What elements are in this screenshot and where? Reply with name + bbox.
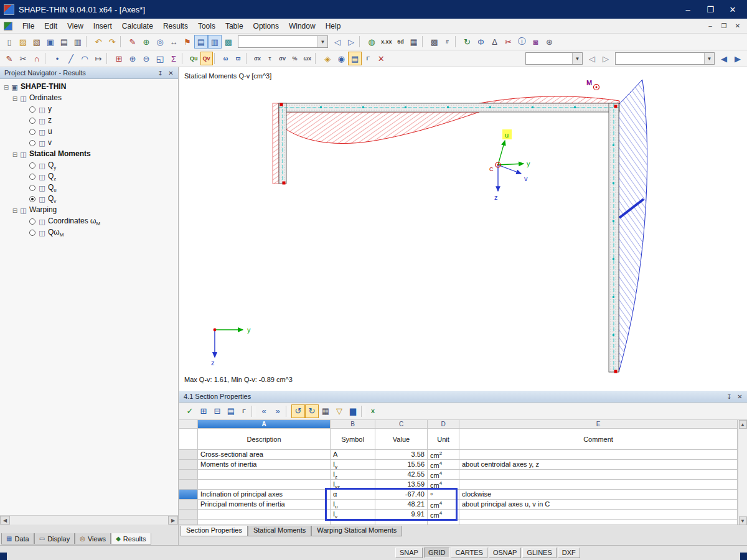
close-icon[interactable]: ✕ <box>735 392 745 401</box>
tree-expander-icon[interactable]: ⊟ <box>11 95 19 102</box>
print-preview-icon[interactable]: ▥ <box>71 35 85 49</box>
calculate-icon[interactable]: Σ <box>167 52 181 65</box>
case-combo[interactable]: ▼ <box>615 52 715 65</box>
cell-description[interactable] <box>198 510 331 520</box>
gamma-icon[interactable]: Γ <box>362 52 374 65</box>
tree-item-qwm[interactable]: ◫ QωM <box>0 227 178 238</box>
tab-warping-statical-moments[interactable]: Warping Statical Moments <box>311 526 402 536</box>
radio-icon[interactable] <box>29 174 35 180</box>
column-letter-e[interactable]: E <box>459 420 738 429</box>
menu-item[interactable]: Options <box>248 20 284 32</box>
toggle-osnap[interactable]: OSNAP <box>489 548 522 558</box>
radio-icon[interactable] <box>29 140 35 146</box>
toolbar-icon[interactable] <box>182 53 186 64</box>
column-letter-b[interactable]: B <box>331 420 375 429</box>
scroll-down-icon[interactable]: ▼ <box>739 516 747 525</box>
scroll-up-icon[interactable]: ▲ <box>739 420 747 429</box>
row-header[interactable] <box>179 490 198 500</box>
column-letter-d[interactable]: D <box>428 420 459 429</box>
cell-comment[interactable]: about centroidal axes y, z <box>459 460 738 470</box>
combo1-back-icon[interactable]: ◁ <box>585 52 599 65</box>
cell-symbol[interactable]: A <box>331 450 375 460</box>
menu-item[interactable]: Calculate <box>117 20 158 32</box>
cell-symbol[interactable]: Iz <box>331 470 375 480</box>
edit-point-icon[interactable]: ✎ <box>2 52 16 65</box>
tree-item-z[interactable]: ◫ z <box>0 115 178 126</box>
cell-description[interactable]: Cross-sectional area <box>198 450 331 460</box>
cell-symbol[interactable]: α <box>331 490 375 500</box>
mdi-restore-icon[interactable]: ❐ <box>718 21 730 31</box>
jump-prev-icon[interactable]: « <box>257 404 271 418</box>
radio-icon[interactable] <box>29 218 35 225</box>
cell-description[interactable] <box>198 520 331 525</box>
cell-unit[interactable] <box>428 520 459 525</box>
cell-value[interactable]: -67.40 <box>375 490 428 500</box>
close-icon[interactable]: ✕ <box>166 68 176 77</box>
new-icon[interactable]: ▯ <box>2 35 16 49</box>
mdi-minimize-icon[interactable]: – <box>705 21 716 31</box>
table-toolbar-icon[interactable] <box>286 406 290 417</box>
menu-item[interactable]: Edit <box>39 20 62 32</box>
snap-icon[interactable]: # <box>441 35 454 49</box>
render-icon[interactable]: ▩ <box>222 35 235 49</box>
tree-item-y[interactable]: ◫ y <box>0 104 178 115</box>
toolbar-icon[interactable] <box>315 53 319 64</box>
column-letter-c[interactable]: C <box>375 420 428 429</box>
tree-item-coordinates-wm[interactable]: ◫ Coordinates ωM <box>0 216 178 227</box>
tree-expander-icon[interactable]: ⊟ <box>11 207 19 214</box>
toggle-grid[interactable]: GRID <box>424 548 450 558</box>
radio-icon[interactable] <box>29 185 35 191</box>
menu-item[interactable]: Results <box>158 20 193 32</box>
tree-item-qu[interactable]: ◫ Qu <box>0 182 178 194</box>
table-vscrollbar[interactable]: ▲ ▼ <box>738 420 747 525</box>
graphic-window[interactable]: Statical Moments Q-v [cm^3] Max Q-v: 1.6… <box>179 67 747 391</box>
table-manager-icon[interactable]: ▦ <box>407 35 421 49</box>
online-icon[interactable]: ◍ <box>365 35 378 49</box>
nav-back-icon[interactable]: ◁ <box>331 35 344 49</box>
tab-statical-moments[interactable]: Statical Moments <box>248 526 311 536</box>
tab-data[interactable]: ▦ Data <box>1 533 34 544</box>
tree-item-u[interactable]: ◫ u <box>0 126 178 138</box>
row-header[interactable] <box>179 520 198 525</box>
nav-forward-icon[interactable]: ▷ <box>344 35 358 49</box>
tree-item-ordinates[interactable]: ⊟ ◫ Ordinates <box>0 93 178 104</box>
grid-icon[interactable]: ▩ <box>428 35 441 49</box>
minimize-button[interactable]: – <box>677 2 698 16</box>
row-header[interactable] <box>179 480 198 490</box>
visibility-icon[interactable]: ◈ <box>321 52 334 65</box>
node-new-icon[interactable]: • <box>50 52 64 65</box>
toolbar-combo[interactable]: ▼ <box>238 35 328 48</box>
result-omega-icon[interactable]: ω <box>220 52 232 65</box>
cell-comment[interactable]: about principal axes u, v in C <box>459 500 738 510</box>
table-fill-icon[interactable]: ▤ <box>224 404 238 418</box>
cell-symbol[interactable]: Iy <box>331 460 375 470</box>
toggle-glines[interactable]: GLINES <box>522 548 556 558</box>
arc-new-icon[interactable]: ◠ <box>78 52 92 65</box>
table-toolbar-icon[interactable] <box>361 406 365 417</box>
cell-description[interactable]: Moments of inertia <box>198 460 331 470</box>
cell-description[interactable]: Inclination of principal axes <box>198 490 331 500</box>
cell-comment[interactable] <box>459 470 738 480</box>
menu-item[interactable]: File <box>17 20 39 32</box>
cell-unit[interactable]: cm4 <box>428 500 459 510</box>
close-results-icon[interactable]: ✕ <box>374 52 388 65</box>
zoom-in-icon[interactable]: ⊕ <box>139 35 153 49</box>
filter-icon[interactable]: ▽ <box>332 404 346 418</box>
toggle-cartes[interactable]: CARTES <box>451 548 487 558</box>
tree-item-qz[interactable]: ◫ Qz <box>0 171 178 182</box>
toolbar-icon[interactable] <box>455 36 459 47</box>
menu-item[interactable]: Help <box>321 20 346 32</box>
table-gamma-icon[interactable]: Γ <box>238 404 250 418</box>
toolbar-icon[interactable] <box>359 36 364 47</box>
tab-views[interactable]: ◎ Views <box>75 533 111 544</box>
combo2-back-icon[interactable]: ◀ <box>717 52 731 65</box>
trim-icon[interactable]: ✂ <box>16 52 30 65</box>
row-header[interactable] <box>179 510 198 520</box>
pin-icon[interactable]: ↧ <box>156 68 165 77</box>
tree-item-qv[interactable]: ◫ Qv <box>0 194 178 205</box>
printout-report-icon[interactable]: ▥ <box>208 35 222 49</box>
combo2-forward-icon[interactable]: ▶ <box>731 52 745 65</box>
resize-grip[interactable] <box>740 553 747 560</box>
combo1-forward-icon[interactable]: ▷ <box>599 52 613 65</box>
tab-results[interactable]: ◆ Results <box>111 533 151 544</box>
